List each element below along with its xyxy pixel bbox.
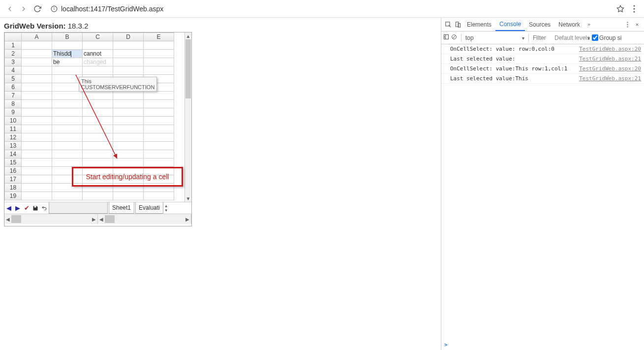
group-similar-input[interactable] (592, 34, 598, 41)
cell-A15[interactable] (22, 159, 52, 167)
console-filter-input[interactable] (533, 34, 552, 41)
cell-C4[interactable] (83, 66, 113, 75)
cell-A2[interactable] (22, 50, 52, 58)
col-header-B[interactable]: B (52, 33, 83, 41)
cell-C12[interactable] (83, 133, 113, 142)
cell-E10[interactable] (144, 117, 174, 125)
cell-C19[interactable] (83, 192, 113, 200)
cell-D10[interactable] (113, 117, 144, 125)
cell-B5[interactable] (52, 75, 83, 83)
hscroll-left-arrow-icon[interactable]: ◀ (4, 214, 11, 224)
devtools-tab-console[interactable]: Console (495, 18, 525, 31)
cell-E11[interactable] (144, 125, 174, 133)
submit-check-icon[interactable]: ✔ (22, 202, 31, 214)
cell-C15[interactable] (83, 159, 113, 167)
address-bar[interactable]: localhost:1417/TestGridWeb.aspx (61, 5, 613, 13)
cell-B4[interactable] (52, 66, 83, 75)
context-selector[interactable]: top (465, 34, 524, 41)
group-similar-checkbox[interactable]: Group si (592, 34, 621, 41)
cell-A7[interactable] (22, 92, 52, 100)
col-header-A[interactable]: A (22, 33, 52, 41)
cell-E14[interactable] (144, 150, 174, 159)
cell-C9[interactable] (83, 108, 113, 117)
cell-C3[interactable]: changed (83, 58, 113, 66)
hscroll-left-thumb[interactable] (11, 215, 21, 223)
cell-D1[interactable] (113, 41, 144, 50)
log-levels-selector[interactable]: Default levels (554, 34, 590, 41)
console-message-source-link[interactable]: TestGridWeb.aspx:20 (575, 46, 641, 52)
row-header-15[interactable]: 15 (5, 159, 22, 167)
device-toggle-icon[interactable] (453, 21, 463, 28)
cell-B14[interactable] (52, 150, 83, 159)
devtools-tab-network[interactable]: Network (554, 18, 584, 31)
devtools-tab-sources[interactable]: Sources (525, 18, 554, 31)
cell-C1[interactable] (83, 41, 113, 50)
cell-A4[interactable] (22, 66, 52, 75)
cell-B10[interactable] (52, 117, 83, 125)
row-header-10[interactable]: 10 (5, 117, 22, 125)
devtools-close-icon[interactable]: ✕ (632, 21, 642, 28)
hscroll-left[interactable]: ◀ ▶ (4, 214, 98, 224)
undo-icon[interactable] (40, 202, 49, 214)
back-button[interactable] (4, 3, 16, 15)
row-header-13[interactable]: 13 (5, 142, 22, 150)
browser-menu-icon[interactable] (628, 3, 640, 15)
cell-A6[interactable] (22, 83, 52, 92)
cell-C2[interactable]: cannot (83, 50, 113, 58)
console-sidebar-toggle-icon[interactable] (443, 34, 449, 41)
cell-D15[interactable] (113, 159, 144, 167)
cell-C14[interactable] (83, 150, 113, 159)
row-header-18[interactable]: 18 (5, 184, 22, 192)
tab-scroll-arrows[interactable]: ▲▼ (164, 202, 170, 214)
nav-next-icon[interactable]: ▶ (13, 202, 22, 214)
cell-E4[interactable] (144, 66, 174, 75)
row-header-9[interactable]: 9 (5, 108, 22, 117)
cell-E8[interactable] (144, 100, 174, 108)
console-messages[interactable]: OnCellSelect: value: row:0,col:0TestGrid… (441, 44, 644, 340)
cell-C13[interactable] (83, 142, 113, 150)
devtools-more-tabs-icon[interactable]: » (584, 21, 594, 28)
cell-C11[interactable] (83, 125, 113, 133)
save-icon[interactable] (31, 202, 40, 214)
clear-console-icon[interactable] (451, 34, 457, 41)
cell-C10[interactable] (83, 117, 113, 125)
hscroll-right-thumb[interactable] (105, 215, 115, 223)
cell-D7[interactable] (113, 92, 144, 100)
sheet-tab-evaluation[interactable]: Evaluati (135, 202, 163, 214)
cell-E15[interactable] (144, 159, 174, 167)
cell-E1[interactable] (144, 41, 174, 50)
cell-B7[interactable] (52, 92, 83, 100)
reload-button[interactable] (31, 3, 43, 15)
devtools-menu-icon[interactable] (622, 22, 632, 28)
cell-E3[interactable] (144, 58, 174, 66)
console-message-source-link[interactable]: TestGridWeb.aspx:21 (575, 75, 641, 82)
info-icon[interactable] (49, 4, 59, 14)
hscroll-right[interactable]: ◀ ▶ (98, 214, 191, 224)
cell-A14[interactable] (22, 150, 52, 159)
cell-A19[interactable] (22, 192, 52, 200)
col-header-D[interactable]: D (113, 33, 144, 41)
row-header-4[interactable]: 4 (5, 66, 22, 75)
cell-A10[interactable] (22, 117, 52, 125)
col-header-E[interactable]: E (144, 33, 174, 41)
nav-prev-icon[interactable]: ◀ (4, 202, 13, 214)
row-header-7[interactable]: 7 (5, 92, 22, 100)
row-header-19[interactable]: 19 (5, 192, 22, 200)
cell-B1[interactable] (52, 41, 83, 50)
row-header-14[interactable]: 14 (5, 150, 22, 159)
scroll-up-icon[interactable]: ▲ (185, 32, 191, 39)
row-header-8[interactable]: 8 (5, 100, 22, 108)
cell-B2[interactable]: Thisdd (52, 50, 83, 58)
corner-cell[interactable] (5, 33, 22, 41)
cell-A12[interactable] (22, 133, 52, 142)
hscroll-right-larrow-icon[interactable]: ◀ (98, 214, 105, 224)
cell-D4[interactable] (113, 66, 144, 75)
row-header-11[interactable]: 11 (5, 125, 22, 133)
cell-E2[interactable] (144, 50, 174, 58)
cell-D12[interactable] (113, 133, 144, 142)
cell-C7[interactable] (83, 92, 113, 100)
cell-A17[interactable] (22, 175, 52, 184)
cell-B19[interactable] (52, 192, 83, 200)
cell-A18[interactable] (22, 184, 52, 192)
row-header-16[interactable]: 16 (5, 167, 22, 175)
